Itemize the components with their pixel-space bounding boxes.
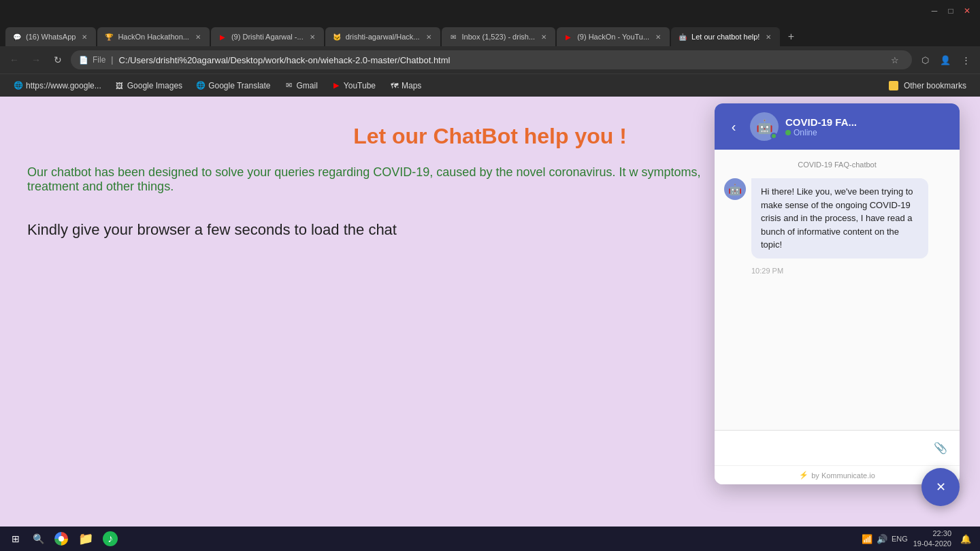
tab-close-github[interactable]: ✕ bbox=[424, 32, 434, 41]
whatsapp-favicon: 💬 bbox=[12, 32, 22, 41]
new-tab-button[interactable]: + bbox=[781, 27, 800, 46]
tab-close-whatsapp[interactable]: ✕ bbox=[80, 32, 89, 41]
other-bookmarks-icon bbox=[889, 81, 898, 90]
close-button[interactable]: ✕ bbox=[960, 3, 975, 18]
taskbar-date: 19-04-2020 bbox=[913, 539, 951, 549]
tab-chatbot[interactable]: 🤖 Let our chatbot help! ✕ bbox=[671, 27, 780, 46]
chatbot-online-indicator bbox=[770, 133, 777, 139]
network-icon[interactable]: 📶 bbox=[862, 534, 872, 544]
page-content: Let our ChatBot help you ! Our chatbot h… bbox=[0, 97, 980, 527]
tab-hackon-yt[interactable]: ▶ (9) HackOn - YouTu... ✕ bbox=[557, 27, 670, 46]
language-indicator: ENG bbox=[892, 535, 908, 543]
tab-label-whatsapp: (16) WhatsApp bbox=[26, 33, 76, 41]
bookmark-translate[interactable]: 🌐 Google Translate bbox=[191, 79, 276, 93]
taskbar-clock[interactable]: 22:30 19-04-2020 bbox=[913, 529, 951, 550]
notification-center-button[interactable]: 🔔 bbox=[957, 530, 975, 548]
spotify-icon: ♪ bbox=[103, 531, 118, 546]
translate-bookmark-icon: 🌐 bbox=[196, 81, 206, 90]
other-bookmarks-button[interactable]: Other bookmarks bbox=[883, 79, 972, 93]
drishti-favicon: ▶ bbox=[218, 32, 227, 41]
taskbar-search-icon: 🔍 bbox=[33, 533, 44, 544]
bookmark-gmail-label: Gmail bbox=[297, 81, 318, 90]
chatbot-footer-text: by Kommunicate.io bbox=[811, 471, 875, 480]
chatbot-back-icon: ‹ bbox=[732, 119, 736, 135]
chatbot-input[interactable] bbox=[724, 443, 926, 453]
tab-close-inbox[interactable]: ✕ bbox=[539, 32, 549, 41]
tab-bar: 💬 (16) WhatsApp ✕ 🏆 HackOn Hackathon... … bbox=[0, 22, 980, 46]
chatbot-widget: ‹ 🤖 COVID-19 FA... Online COVID-19 FAQ-c… bbox=[715, 103, 960, 484]
tab-whatsapp[interactable]: 💬 (16) WhatsApp ✕ bbox=[5, 27, 96, 46]
tab-label-drishti: (9) Drishti Agarwal -... bbox=[231, 33, 304, 41]
chatbot-info: COVID-19 FA... Online bbox=[785, 116, 950, 137]
tab-github[interactable]: 🐱 drishti-agarwal/Hack... ✕ bbox=[325, 27, 440, 46]
chatbot-name: COVID-19 FA... bbox=[785, 116, 950, 128]
volume-icon[interactable]: 🔊 bbox=[877, 534, 887, 544]
taskbar-right: 📶 🔊 ENG 22:30 19-04-2020 🔔 bbox=[862, 529, 975, 550]
maps-bookmark-icon: 🗺 bbox=[389, 81, 399, 90]
chatbot-lightning-icon: ⚡ bbox=[799, 471, 808, 480]
taskbar-explorer-app[interactable]: 📁 bbox=[75, 528, 97, 550]
toolbar-icons: ⬡ 👤 ⋮ bbox=[916, 51, 975, 69]
bookmark-star-icon[interactable]: ☆ bbox=[886, 51, 904, 69]
url-text: C:/Users/drishti%20agarwal/Desktop/work/… bbox=[118, 55, 882, 65]
chatbot-status: Online bbox=[785, 128, 950, 137]
attach-icon: 📎 bbox=[934, 441, 947, 454]
reload-button[interactable]: ↻ bbox=[49, 51, 67, 69]
chat-bot-avatar-small: 🤖 bbox=[724, 178, 746, 200]
minimize-button[interactable]: ─ bbox=[927, 3, 942, 18]
bookmarks-right: Other bookmarks bbox=[883, 79, 972, 93]
chat-source-label: COVID-19 FAQ-chatbot bbox=[724, 161, 950, 169]
taskbar: ⊞ 🔍 📁 ♪ 📶 🔊 ENG 22:30 19-04-2020 🔔 bbox=[0, 527, 980, 551]
chatbot-header: ‹ 🤖 COVID-19 FA... Online bbox=[715, 103, 960, 150]
chrome-icon bbox=[54, 532, 68, 546]
hackon-favicon: 🏆 bbox=[104, 32, 114, 41]
extensions-icon[interactable]: ⬡ bbox=[916, 51, 934, 69]
forward-button[interactable]: → bbox=[27, 51, 45, 69]
youtube-bookmark-icon: ▶ bbox=[331, 81, 341, 90]
bookmark-maps-label: Maps bbox=[402, 81, 421, 90]
chatbot-fab-button[interactable]: ✕ bbox=[921, 468, 960, 506]
bookmark-youtube[interactable]: ▶ YouTube bbox=[326, 79, 381, 93]
tab-close-chatbot[interactable]: ✕ bbox=[764, 32, 773, 41]
bookmark-google[interactable]: 🌐 https://www.google... bbox=[8, 79, 107, 93]
tab-hackon[interactable]: 🏆 HackOn Hackathon... ✕ bbox=[97, 27, 210, 46]
bookmark-images-label: Google Images bbox=[127, 81, 182, 90]
back-button[interactable]: ← bbox=[5, 51, 23, 69]
bookmark-google-label: https://www.google... bbox=[26, 81, 101, 90]
bookmark-gmail[interactable]: ✉ Gmail bbox=[279, 79, 323, 93]
tab-label-chatbot: Let our chatbot help! bbox=[691, 33, 760, 41]
chat-message-row: 🤖 Hi there! Like you, we've been trying … bbox=[724, 178, 950, 258]
bookmark-maps[interactable]: 🗺 Maps bbox=[384, 79, 427, 93]
maximize-button[interactable]: □ bbox=[943, 3, 958, 18]
gmail-bookmark-icon: ✉ bbox=[284, 81, 294, 90]
tab-drishti[interactable]: ▶ (9) Drishti Agarwal -... ✕ bbox=[211, 27, 324, 46]
chatbot-input-area: 📎 bbox=[715, 430, 960, 465]
profile-icon[interactable]: 👤 bbox=[936, 51, 954, 69]
taskbar-spotify-app[interactable]: ♪ bbox=[99, 528, 121, 550]
start-icon: ⊞ bbox=[12, 533, 20, 544]
tab-inbox[interactable]: ✉ Inbox (1,523) - drish... ✕ bbox=[442, 27, 556, 46]
tab-close-hackon-yt[interactable]: ✕ bbox=[653, 32, 663, 41]
tab-close-drishti[interactable]: ✕ bbox=[308, 32, 317, 41]
chatbot-bot-avatar: 🤖 bbox=[750, 112, 779, 141]
bookmark-youtube-label: YouTube bbox=[344, 81, 376, 90]
tab-close-hackon[interactable]: ✕ bbox=[193, 32, 203, 41]
taskbar-chrome-app[interactable] bbox=[50, 528, 72, 550]
chatbot-fab-icon: ✕ bbox=[936, 480, 946, 495]
protocol-label: File bbox=[93, 55, 105, 65]
taskbar-search-button[interactable]: 🔍 bbox=[29, 529, 48, 548]
tab-label-hackon-yt: (9) HackOn - YouTu... bbox=[577, 33, 649, 41]
address-bar[interactable]: 📄 File | C:/Users/drishti%20agarwal/Desk… bbox=[71, 50, 912, 69]
images-bookmark-icon: 🖼 bbox=[115, 81, 125, 90]
chat-bubble: Hi there! Like you, we've been trying to… bbox=[751, 178, 928, 258]
hackon-yt-favicon: ▶ bbox=[564, 32, 573, 41]
chat-timestamp: 10:29 PM bbox=[751, 267, 950, 275]
chatbot-attach-button[interactable]: 📎 bbox=[931, 439, 950, 458]
taskbar-time: 22:30 bbox=[913, 529, 951, 539]
start-button[interactable]: ⊞ bbox=[5, 529, 26, 548]
bookmark-translate-label: Google Translate bbox=[208, 81, 270, 90]
menu-icon[interactable]: ⋮ bbox=[957, 51, 975, 69]
chatbot-back-button[interactable]: ‹ bbox=[724, 117, 743, 136]
bookmarks-bar: 🌐 https://www.google... 🖼 Google Images … bbox=[0, 73, 980, 97]
bookmark-images[interactable]: 🖼 Google Images bbox=[110, 79, 188, 93]
